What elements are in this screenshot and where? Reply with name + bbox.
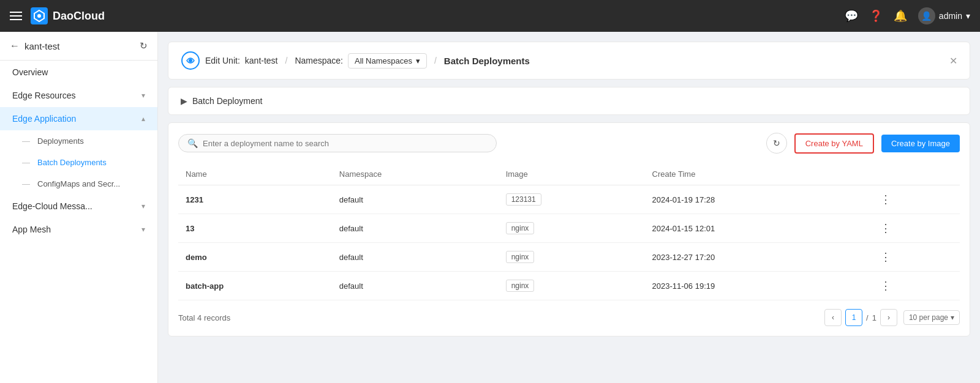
chat-icon[interactable]: 💬: [845, 9, 858, 23]
table-row: 13 default nginx 2024-01-15 12:01 ⋮: [178, 214, 960, 243]
avatar: 👤: [918, 7, 935, 24]
edit-unit-label: Edit Unit:: [205, 56, 240, 65]
page-separator: /: [866, 313, 869, 322]
sidebar-edge-application-label: Edge Application: [12, 114, 76, 124]
table-row: 1231 default 123131 2024-01-19 17:28 ⋮: [178, 185, 960, 214]
sidebar-sub-item-configmaps[interactable]: — ConfigMaps and Secr...: [0, 173, 157, 195]
user-chevron-icon: ▾: [966, 11, 970, 21]
page-1-button[interactable]: 1: [845, 309, 862, 326]
page-close-icon[interactable]: ✕: [949, 55, 957, 67]
total-records: Total 4 records: [178, 313, 230, 322]
cell-actions-2: ⋮: [870, 243, 960, 272]
table-body: 1231 default 123131 2024-01-19 17:28 ⋮ 1…: [178, 185, 960, 300]
edge-resources-chevron-icon: ▾: [141, 91, 145, 100]
table-row: demo default nginx 2023-12-27 17:20 ⋮: [178, 243, 960, 272]
table-card: 🔍 ↻ Create by YAML Create by Image Name …: [168, 122, 970, 337]
edge-cloud-chevron-icon: ▾: [141, 202, 145, 210]
pagination-controls: ‹ 1 / 1 ›: [824, 309, 897, 326]
sidebar: ← kant-test ↻ Overview Edge Resources ▾ …: [0, 32, 158, 383]
cell-create-time-3: 2023-11-06 19:19: [645, 272, 871, 300]
unit-name: kant-test: [245, 56, 278, 65]
top-nav: DaoCloud 💬 ❓ 🔔 👤 admin ▾: [0, 0, 980, 32]
edge-application-chevron-icon: ▴: [141, 114, 145, 123]
cell-create-time-2: 2023-12-27 17:20: [645, 243, 871, 272]
cell-namespace-2: default: [332, 243, 499, 272]
configmaps-label: ConfigMaps and Secr...: [37, 179, 120, 188]
batch-deployments-dash-icon: —: [22, 158, 30, 167]
sidebar-item-edge-cloud-messa[interactable]: Edge-Cloud Messa... ▾: [0, 195, 157, 218]
sidebar-refresh-icon[interactable]: ↻: [140, 40, 148, 51]
more-actions-button-2[interactable]: ⋮: [878, 251, 894, 263]
next-page-button[interactable]: ›: [880, 309, 897, 326]
logo: DaoCloud: [31, 7, 105, 24]
notification-icon[interactable]: 🔔: [894, 9, 907, 23]
col-actions: [870, 163, 960, 185]
banner-text: Batch Deployment: [192, 96, 262, 106]
svg-point-1: [37, 14, 41, 18]
deployments-label: Deployments: [37, 136, 84, 146]
create-image-button[interactable]: Create by Image: [881, 135, 960, 152]
namespace-dropdown[interactable]: All Namespaces ▾: [348, 53, 427, 69]
sidebar-item-overview[interactable]: Overview: [0, 61, 157, 84]
hamburger-menu[interactable]: [10, 12, 22, 20]
col-create-time: Create Time: [645, 163, 871, 185]
pagination: Total 4 records ‹ 1 / 1 › 10 per page ▾: [178, 309, 960, 326]
cell-actions-1: ⋮: [870, 214, 960, 243]
sidebar-item-app-mesh[interactable]: App Mesh ▾: [0, 218, 157, 241]
sidebar-item-edge-application[interactable]: Edge Application ▴: [0, 107, 157, 130]
cell-image-1: nginx: [499, 214, 645, 243]
namespace-value: All Namespaces: [355, 56, 412, 65]
batch-deployment-banner[interactable]: ▶ Batch Deployment: [168, 87, 970, 115]
svg-point-3: [189, 59, 192, 62]
cell-namespace-3: default: [332, 272, 499, 300]
sidebar-sub-item-batch-deployments[interactable]: — Batch Deployments: [0, 152, 157, 173]
per-page-value: 10 per page: [909, 313, 948, 322]
cell-name-0: 1231: [178, 185, 332, 214]
cell-namespace-1: default: [332, 214, 499, 243]
table-header: Name Namespace Image Create Time: [178, 163, 960, 185]
cell-create-time-1: 2024-01-15 12:01: [645, 214, 871, 243]
per-page-select[interactable]: 10 per page ▾: [903, 310, 960, 325]
per-page-chevron-icon: ▾: [951, 313, 954, 322]
namespace-label: Namespace:: [295, 56, 343, 65]
create-yaml-button[interactable]: Create by YAML: [794, 133, 874, 154]
breadcrumb-sep-2: /: [434, 56, 437, 65]
cell-image-0: 123131: [499, 185, 645, 214]
sidebar-overview-label: Overview: [12, 67, 48, 77]
more-actions-button-0[interactable]: ⋮: [878, 193, 894, 206]
col-namespace: Namespace: [332, 163, 499, 185]
col-image: Image: [499, 163, 645, 185]
search-box[interactable]: 🔍: [178, 134, 497, 152]
sidebar-sub-item-deployments[interactable]: — Deployments: [0, 130, 157, 152]
sidebar-item-edge-resources[interactable]: Edge Resources ▾: [0, 84, 157, 107]
cell-actions-0: ⋮: [870, 185, 960, 214]
sidebar-header: ← kant-test ↻: [0, 32, 157, 61]
more-actions-button-1[interactable]: ⋮: [878, 222, 894, 234]
search-icon: 🔍: [187, 138, 198, 148]
total-pages: 1: [872, 313, 876, 322]
cell-image-3: nginx: [499, 272, 645, 300]
configmaps-dash-icon: —: [22, 179, 30, 188]
batch-deployments-label: Batch Deployments: [37, 158, 107, 167]
prev-page-button[interactable]: ‹: [824, 309, 842, 326]
deployments-dash-icon: —: [22, 136, 30, 146]
app-mesh-chevron-icon: ▾: [141, 225, 145, 234]
main-content: Edit Unit: kant-test / Namespace: All Na…: [158, 32, 980, 383]
refresh-button[interactable]: ↻: [766, 133, 787, 154]
sidebar-edge-resources-label: Edge Resources: [12, 91, 76, 100]
sidebar-app-mesh-label: App Mesh: [12, 225, 51, 234]
search-input[interactable]: [203, 139, 488, 148]
cell-name-2: demo: [178, 243, 332, 272]
back-arrow-icon[interactable]: ←: [10, 40, 20, 51]
help-icon[interactable]: ❓: [869, 9, 883, 23]
cell-namespace-0: default: [332, 185, 499, 214]
col-name: Name: [178, 163, 332, 185]
page-title: Batch Deployments: [444, 56, 530, 66]
cell-actions-3: ⋮: [870, 272, 960, 300]
cell-image-2: nginx: [499, 243, 645, 272]
data-table: Name Namespace Image Create Time 1231 de…: [178, 163, 960, 300]
page-header: Edit Unit: kant-test / Namespace: All Na…: [168, 42, 970, 80]
user-menu[interactable]: 👤 admin ▾: [918, 7, 970, 24]
more-actions-button-3[interactable]: ⋮: [878, 280, 894, 292]
table-row: batch-app default nginx 2023-11-06 19:19…: [178, 272, 960, 300]
